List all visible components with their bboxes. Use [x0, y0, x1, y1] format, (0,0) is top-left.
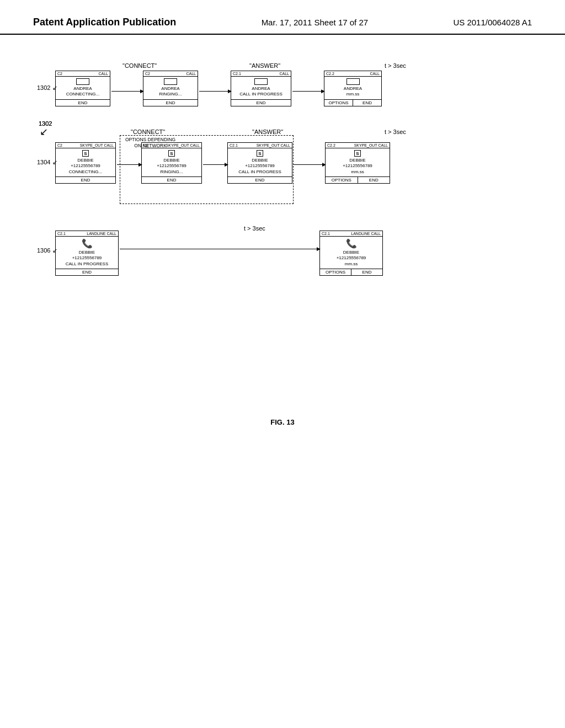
- arrow-row2-1: ▶: [117, 164, 140, 165]
- row3-box1-btn-end: END: [56, 269, 118, 275]
- row1-box4-btn-end: END: [353, 100, 381, 106]
- row1-box1-buttons: END: [56, 99, 110, 106]
- row1-box3-title: CALL: [279, 72, 289, 76]
- row1-box1-text: ANDREACONNECTING...: [66, 86, 99, 98]
- row2-box2-s-icon: S: [168, 150, 175, 157]
- arrow-row1-3: ▶: [292, 91, 323, 92]
- row3-box2-title: LANDLINE CALL: [351, 232, 381, 235]
- row2-box3: C2.1 SKYPE_OUT CALL S DEBBIE+12125556789…: [227, 142, 292, 184]
- figure-caption: FIG. 13: [34, 418, 531, 426]
- row2-box1-text: DEBBIE+12125556789CONNECTING...: [69, 158, 102, 175]
- row3-box2-corner: C2.1: [322, 232, 330, 235]
- row1-box2: C2 CALL ANDREARINGING... END: [143, 71, 198, 106]
- row2-box2-buttons: END: [142, 176, 201, 183]
- row1-box2-corner: C2: [145, 72, 150, 76]
- row1-box3-btn-end: END: [231, 100, 291, 106]
- row1-box3-rect: [254, 78, 268, 85]
- row3-box1-buttons: END: [56, 269, 118, 275]
- row1-box4-corner: C2.2: [326, 72, 334, 76]
- row3-box1-text: DEBBIE+12125556789CALL IN PROGRESS: [66, 250, 109, 267]
- row2-box4-title: SKYPE_OUT CALL: [354, 143, 388, 147]
- row3-box2-btn-end: END: [351, 269, 382, 275]
- label-1302: 1302 ↙: [37, 84, 57, 92]
- row2-box2-btn-end: END: [142, 177, 201, 183]
- row2-box1-s-icon: S: [82, 150, 89, 157]
- row2-box4: C2.2 SKYPE_OUT CALL S DEBBIE+12125556789…: [325, 142, 390, 184]
- answer-label-row2: "ANSWER": [252, 129, 283, 135]
- row2-box3-corner: C2.1: [230, 143, 238, 147]
- arrow-row3-1: ▶: [120, 249, 318, 249]
- arrow-row2-3: ▶: [294, 164, 324, 165]
- row1-box1-rect: [76, 78, 89, 85]
- row2-box4-btn-options: OPTIONS: [326, 177, 358, 183]
- row1-box4: C2.2 CALL ANDREAmm.ss OPTIONS END: [324, 71, 382, 106]
- row1-box3-text: ANDREACALL IN PROGRESS: [239, 86, 282, 98]
- answer-label-row1: "ANSWER": [249, 62, 280, 69]
- row2-box1-title: SKYPE_OUT CALL: [80, 143, 114, 147]
- row1-box1-title: CALL: [98, 72, 108, 76]
- row3-box1-corner: C2.1: [57, 232, 66, 235]
- row3-box2-btn-options: OPTIONS: [320, 269, 351, 275]
- row2-box2: C2 SKYPE_OUT CALL S DEBBIE+12125556789RI…: [141, 142, 202, 184]
- arrow-row1-2: ▶: [199, 91, 230, 92]
- row2-box1-btn-end: END: [56, 177, 115, 183]
- row3-box2-text: DEBBIE+12125556789mm.ss: [337, 250, 366, 267]
- row1-box4-rect: [347, 78, 360, 85]
- header-right: US 2011/0064028 A1: [453, 18, 532, 27]
- connect-label-row1: "CONNECT": [122, 62, 157, 69]
- row3-box1-phone-icon: 📞: [82, 238, 93, 249]
- row2-box4-corner: C2.2: [327, 143, 335, 147]
- row1-box3-corner: C2.1: [233, 72, 241, 76]
- row2-box3-buttons: END: [228, 176, 292, 183]
- main-content: 1302 1302 ↙ "CONNECT" "ANSWER" t > 3sec …: [0, 35, 565, 421]
- row1-box4-buttons: OPTIONS END: [324, 99, 381, 106]
- header-center: Mar. 17, 2011 Sheet 17 of 27: [262, 18, 368, 27]
- row2-box1-corner: C2: [57, 143, 62, 147]
- row1-box4-btn-options: OPTIONS: [324, 100, 353, 106]
- row2-box3-btn-end: END: [228, 177, 292, 183]
- row1-box2-text: ANDREARINGING...: [159, 86, 182, 98]
- row1-box3: C2.1 CALL ANDREACALL IN PROGRESS END: [231, 71, 291, 106]
- t3sec-label-row1: t > 3sec: [385, 62, 406, 69]
- row2-box3-title: SKYPE_OUT CALL: [257, 143, 290, 147]
- row1-box1-btn-end: END: [56, 100, 110, 106]
- row3-box1-title: LANDLINE CALL: [87, 232, 116, 235]
- row2-box4-buttons: OPTIONS END: [326, 176, 390, 183]
- arrow-row2-2: ▶: [203, 164, 226, 165]
- row3-box2: C2.1 LANDLINE CALL 📞 DEBBIE+12125556789m…: [319, 231, 383, 276]
- row2-box4-text: DEBBIE+12125556789mm.ss: [343, 158, 372, 175]
- arrow-row1-1: ▶: [111, 91, 142, 92]
- label-1304: 1304 ↙: [37, 159, 57, 166]
- row2-box4-s-icon: S: [354, 150, 361, 157]
- row2-box2-corner: C2: [143, 143, 148, 147]
- row1-box1-corner: C2: [57, 72, 62, 76]
- t3sec-label-row2: t > 3sec: [385, 129, 406, 135]
- row3-box1: C2.1 LANDLINE CALL 📞 DEBBIE+12125556789C…: [55, 231, 119, 276]
- header-left: Patent Application Publication: [33, 17, 176, 28]
- row2-box2-text: DEBBIE+12125556789RINGING...: [157, 158, 186, 175]
- row3-box2-phone-icon: 📞: [346, 238, 357, 249]
- diagram-wrapper: 1302 1302 ↙ "CONNECT" "ANSWER" t > 3sec …: [34, 57, 531, 399]
- label-1306: 1306 ↙: [37, 247, 57, 254]
- row2-box1: C2 SKYPE_OUT CALL S DEBBIE+12125556789CO…: [55, 142, 116, 184]
- row3-box2-buttons: OPTIONS END: [320, 269, 382, 275]
- row1-box2-btn-end: END: [143, 100, 198, 106]
- row2-box2-title: SKYPE_OUT CALL: [166, 143, 200, 147]
- row1-box2-buttons: END: [143, 99, 198, 106]
- row1-box1: C2 CALL ANDREACONNECTING... END: [55, 71, 110, 106]
- row1-box3-buttons: END: [231, 99, 291, 106]
- row2-box1-buttons: END: [56, 176, 115, 183]
- row1-box4-title: CALL: [370, 72, 380, 76]
- t3sec-label-row3: t > 3sec: [244, 225, 265, 232]
- page-header: Patent Application Publication Mar. 17, …: [0, 0, 565, 35]
- row1-box4-text: ANDREAmm.ss: [344, 86, 362, 98]
- connect-label-row2: "CONNECT": [131, 129, 165, 135]
- row1-box2-title: CALL: [186, 72, 196, 76]
- row2-box3-text: DEBBIE+12125556789CALL IN PROGRESS: [238, 158, 281, 175]
- row2-box3-s-icon: S: [257, 150, 263, 157]
- row1-box2-rect: [164, 78, 177, 85]
- row2-box4-btn-end: END: [358, 177, 390, 183]
